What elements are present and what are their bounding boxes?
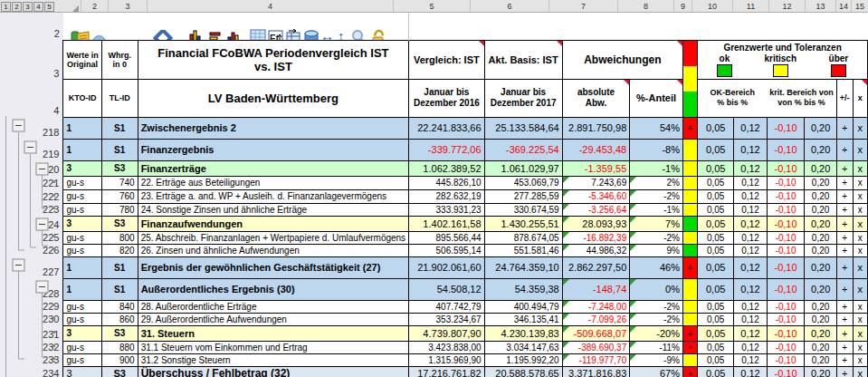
cell-tl[interactable]: 860 <box>101 313 138 325</box>
cell-desc[interactable]: 24. Sonstige Zinsen und ähnliche Erträge <box>138 203 408 216</box>
cell-2016[interactable]: 1.402.161,58 <box>409 216 484 231</box>
cell-2017[interactable]: 1.430.255,51 <box>484 216 562 231</box>
cell-tl[interactable]: 840 <box>101 300 138 313</box>
row-number[interactable]: 221 <box>0 176 63 189</box>
column-header-12[interactable]: 12 <box>769 0 806 12</box>
cell-kto[interactable]: gu-s <box>63 353 101 366</box>
cell-sign[interactable]: + <box>836 216 853 231</box>
cell-krit-to[interactable]: 0,20 <box>805 341 836 353</box>
row-number[interactable]: 232 <box>0 341 63 353</box>
database-icon[interactable] <box>303 29 320 40</box>
cell-krit-from[interactable]: -0,10 <box>767 203 805 216</box>
cell-2017[interactable]: 453.069,79 <box>484 176 562 189</box>
cell-krit-from[interactable]: -0,10 <box>767 325 805 341</box>
cell-2017[interactable]: 54.359,38 <box>484 278 562 300</box>
cell-2017[interactable]: 330.674,59 <box>484 203 562 216</box>
cell-krit-from[interactable]: -0,10 <box>767 216 805 231</box>
cell-2017[interactable]: 551.581,46 <box>484 244 562 256</box>
cell-krit-to[interactable]: 0,20 <box>805 216 836 231</box>
cell-pct[interactable]: 7% <box>630 216 683 231</box>
column-header-3[interactable]: 3 <box>109 0 148 12</box>
zoom-icon[interactable] <box>351 29 367 40</box>
column-header-2[interactable]: 2 <box>81 0 109 12</box>
cell-pct[interactable]: 0% <box>630 278 683 300</box>
traffic-light[interactable] <box>682 189 697 203</box>
cell-2016[interactable]: 22.241.833,66 <box>409 117 484 139</box>
cell-2016[interactable]: 21.902.061,60 <box>409 256 484 278</box>
cell-pct[interactable]: -9% <box>630 353 683 366</box>
cell-x[interactable]: x <box>853 325 867 341</box>
cell-x[interactable]: x <box>853 278 867 300</box>
cell-pct[interactable]: -20% <box>630 325 683 341</box>
cell-krit-to[interactable]: 0,20 <box>805 231 836 244</box>
cell-2017[interactable]: 878.674,05 <box>484 231 562 244</box>
cell-x[interactable]: x <box>853 203 867 216</box>
traffic-light[interactable] <box>682 278 697 300</box>
cell-desc[interactable]: 25. Abschreib. Finanzanlagen + Wertpapie… <box>138 231 408 244</box>
cell-2017[interactable]: 400.494,79 <box>484 300 562 313</box>
cell-ok-from[interactable]: 0,05 <box>698 231 734 244</box>
org-header[interactable]: LV Baden-Württemberg <box>138 80 408 118</box>
unlock-icon[interactable] <box>369 29 386 40</box>
cell-krit-from[interactable]: -0,10 <box>767 244 805 256</box>
report-title[interactable]: Financial FCoBWA Periodenvergleich IST v… <box>138 40 408 80</box>
cell-2016[interactable]: 353.234,67 <box>409 313 484 325</box>
cell-sign[interactable]: + <box>836 341 853 353</box>
cell-pct[interactable]: -1% <box>630 160 683 176</box>
cell-x[interactable]: x <box>853 300 867 313</box>
cell-kto[interactable]: 3 <box>63 366 101 377</box>
cell-kto[interactable]: 1 <box>63 117 101 139</box>
cell-sign[interactable]: + <box>836 278 853 300</box>
cell-abs[interactable]: 7.243,69 <box>562 176 630 189</box>
cell-tl[interactable]: S3 <box>101 216 138 231</box>
traffic-light[interactable]: + <box>682 341 697 353</box>
cell-ok-to[interactable]: 0,12 <box>734 278 768 300</box>
cell-tl[interactable]: S1 <box>101 117 138 139</box>
cell-ok-to[interactable]: 0,12 <box>734 117 768 139</box>
cell-abs[interactable]: 2.891.750,98 <box>562 117 630 139</box>
cell-ok-to[interactable]: 0,12 <box>734 189 768 203</box>
cell-2017[interactable]: 25.133.584,64 <box>484 117 562 139</box>
cell-ok-to[interactable]: 0,12 <box>734 325 768 341</box>
cell-desc[interactable]: 29. Außerordentliche Aufwendungen <box>138 313 408 325</box>
cell-2016[interactable]: 3.423.838,00 <box>409 341 484 353</box>
row-number[interactable]: 233 <box>0 353 63 366</box>
column-header-10[interactable]: 10 <box>692 0 733 12</box>
cell-x[interactable]: x <box>853 176 867 189</box>
cell-abs[interactable]: -5.346,60 <box>562 189 630 203</box>
cell-krit-from[interactable]: -0,10 <box>767 278 805 300</box>
traffic-light[interactable]: + <box>682 325 697 341</box>
cell-ok-to[interactable]: 0,12 <box>734 300 768 313</box>
row-number[interactable]: 219 <box>0 139 63 160</box>
cell-abs[interactable]: -7.099,26 <box>562 313 630 325</box>
cell-abs[interactable]: -3.256,64 <box>562 203 630 216</box>
cell-kto[interactable]: gu-s <box>63 203 101 216</box>
cell-desc[interactable]: 26. Zinsen und ähnliche Aufwendungen <box>138 244 408 256</box>
cell-krit-from[interactable]: -0,10 <box>767 139 805 160</box>
cell-krit-from[interactable]: -0,10 <box>767 176 805 189</box>
cell-pct[interactable]: 54% <box>630 117 683 139</box>
basis-header[interactable]: Akt. Basis: IST <box>484 40 562 80</box>
cell-tl[interactable]: 780 <box>101 203 138 216</box>
cell-krit-from[interactable]: -0,10 <box>767 300 805 313</box>
column-header-13[interactable]: 13 <box>806 0 836 12</box>
cell-desc[interactable]: Finanzergebnis <box>138 139 408 160</box>
werte-header[interactable]: Werte in Original <box>63 40 101 80</box>
cell-ok-from[interactable]: 0,05 <box>698 117 734 139</box>
column-header-5[interactable]: 5 <box>394 0 471 12</box>
cell-kto[interactable]: 3 <box>63 325 101 341</box>
cell-abs[interactable]: -148,74 <box>562 278 630 300</box>
row-number[interactable]: 228 <box>0 278 63 300</box>
cell-abs[interactable]: 3.371.816,83 <box>562 366 630 377</box>
cell-2017[interactable]: -369.225,54 <box>484 139 562 160</box>
cell-sign[interactable]: + <box>836 203 853 216</box>
row-number[interactable]: 2 <box>0 13 63 40</box>
chart-column-icon[interactable] <box>188 29 204 40</box>
row-number[interactable]: 231 <box>0 325 63 341</box>
cell-pct[interactable]: 9% <box>630 244 683 256</box>
cell-ok-from[interactable]: 0,05 <box>698 313 734 325</box>
cell-desc[interactable]: 23. Erträge a. and. WP + Ausleih. d. Fin… <box>138 189 408 203</box>
cell-tl[interactable]: 820 <box>101 244 138 256</box>
cell-sign[interactable]: + <box>836 256 853 278</box>
cell-krit-to[interactable]: 0,20 <box>805 366 836 377</box>
